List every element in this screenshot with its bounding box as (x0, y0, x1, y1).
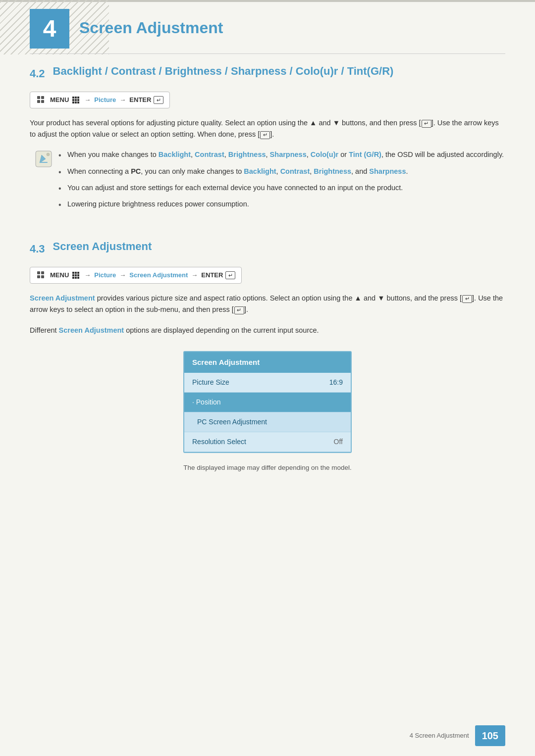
enter-icon-inline-3: ↵ (462, 295, 472, 303)
section-4-3-title: Screen Adjustment (53, 240, 152, 254)
bold-contrast-1: Contrast (195, 151, 224, 158)
section-4-2-number: 4.2 (30, 65, 45, 82)
arrow-5: → (191, 270, 198, 280)
bold-colour-1: Colo(u)r (311, 151, 338, 158)
svg-rect-2 (37, 100, 40, 103)
row-value-resolution: Off (334, 437, 343, 447)
row-label-pc-screen: PC Screen Adjustment (197, 417, 267, 427)
row-label-picture-size: Picture Size (192, 377, 229, 388)
enter-label: ENTER (129, 95, 151, 105)
bold-brightness-2: Brightness (314, 167, 351, 175)
note-pencil-icon (35, 150, 53, 168)
enter-label-2: ENTER (201, 270, 223, 280)
bold-pc: PC (131, 167, 141, 175)
row-label-position: · Position (192, 397, 221, 407)
arrow-2: → (119, 95, 126, 105)
picture-label-2: Picture (94, 270, 116, 280)
section-4-3-heading: 4.3 Screen Adjustment (30, 240, 505, 257)
svg-rect-3 (41, 100, 44, 103)
svg-rect-0 (37, 96, 40, 99)
menu-path-4-3: MENU → Picture → Screen Adjustment → ENT… (30, 267, 242, 284)
page-footer: 4 Screen Adjustment 105 (0, 725, 535, 746)
svg-rect-10 (41, 275, 44, 278)
svg-point-6 (47, 153, 50, 156)
note-bullet-list: When you make changes to Backlight, Cont… (58, 149, 505, 210)
footer-section-label: 4 Screen Adjustment (410, 731, 469, 741)
ui-mockup-row-position: · Position (184, 393, 351, 412)
grid-dots-icon (72, 97, 79, 103)
arrow-4: → (119, 270, 126, 280)
ui-mockup-header: Screen Adjustment (184, 352, 351, 373)
svg-rect-9 (37, 275, 40, 278)
chapter-number: 4 (43, 17, 56, 41)
svg-rect-7 (37, 271, 40, 274)
body-text-4-2: Your product has several options for adj… (30, 117, 505, 140)
screen-adj-label: Screen Adjustment (129, 270, 188, 280)
menu-path-4-2: MENU → Picture → ENTER ↵ (30, 92, 170, 108)
menu-label-2: MENU (50, 270, 69, 280)
ui-mockup-row-picture-size: Picture Size 16:9 (184, 373, 351, 393)
bold-backlight-1: Backlight (159, 151, 191, 158)
row-value-picture-size: 16:9 (329, 377, 343, 388)
screen-adj-bold-1: Screen Adjustment (30, 294, 95, 302)
menu-label: MENU (50, 95, 69, 105)
note-block-4-2: When you make changes to Backlight, Cont… (35, 149, 505, 220)
note-item-1: When you make changes to Backlight, Cont… (58, 149, 505, 160)
bold-brightness-1: Brightness (228, 151, 266, 158)
bold-backlight-2: Backlight (244, 167, 276, 175)
mockup-caption: The displayed image may differ depending… (30, 463, 505, 473)
body-text-4-3-1: Screen Adjustment provides various pictu… (30, 293, 505, 315)
note-item-3: You can adjust and store settings for ea… (58, 182, 505, 194)
enter-icon-inline-2: ↵ (260, 131, 270, 139)
grid-dots-icon-2 (72, 272, 79, 279)
row-label-resolution: Resolution Select (192, 437, 246, 447)
header-rule (30, 53, 505, 54)
chapter-title: Screen Adjustment (79, 16, 223, 40)
enter-icon-inline-4: ↵ (234, 306, 244, 314)
enter-icon: ↵ (154, 96, 163, 104)
bold-sharpness-1: Sharpness (270, 151, 307, 158)
chapter-block: 4 (30, 9, 69, 49)
arrow-3: → (84, 270, 91, 280)
screen-adj-bold-2: Screen Adjustment (59, 326, 124, 334)
note-item-4: Lowering picture brightness reduces powe… (58, 199, 505, 210)
note-item-2: When connecting a PC, you can only make … (58, 166, 505, 177)
note-lines: When you make changes to Backlight, Cont… (58, 149, 505, 220)
menu-settings-icon-2 (36, 270, 46, 280)
bold-contrast-2: Contrast (280, 167, 310, 175)
svg-rect-1 (41, 96, 44, 99)
section-4-2-title: Backlight / Contrast / Brightness / Shar… (53, 64, 394, 79)
enter-icon-2: ↵ (225, 271, 235, 279)
section-4-3-number: 4.3 (30, 241, 45, 257)
picture-label: Picture (94, 95, 116, 105)
ui-mockup-row-resolution: Resolution Select Off (184, 432, 351, 452)
ui-mockup-row-pc-screen: PC Screen Adjustment (184, 412, 351, 432)
ui-mockup-container: Screen Adjustment Picture Size 16:9 · Po… (30, 351, 505, 454)
bold-tint-1: Tint (G/R) (349, 151, 381, 158)
svg-rect-8 (41, 271, 44, 274)
ui-mockup: Screen Adjustment Picture Size 16:9 · Po… (183, 351, 352, 454)
arrow-1: → (84, 95, 91, 105)
bold-sharpness-2: Sharpness (369, 167, 406, 175)
menu-settings-icon (36, 95, 46, 105)
enter-icon-inline-1: ↵ (422, 120, 431, 128)
main-content: 4.2 Backlight / Contrast / Brightness / … (30, 64, 505, 473)
section-4-2-heading: 4.2 Backlight / Contrast / Brightness / … (30, 64, 505, 82)
svg-rect-5 (40, 162, 48, 163)
page-number: 105 (475, 725, 505, 746)
body-text-4-3-2: Different Screen Adjustment options are … (30, 325, 505, 336)
